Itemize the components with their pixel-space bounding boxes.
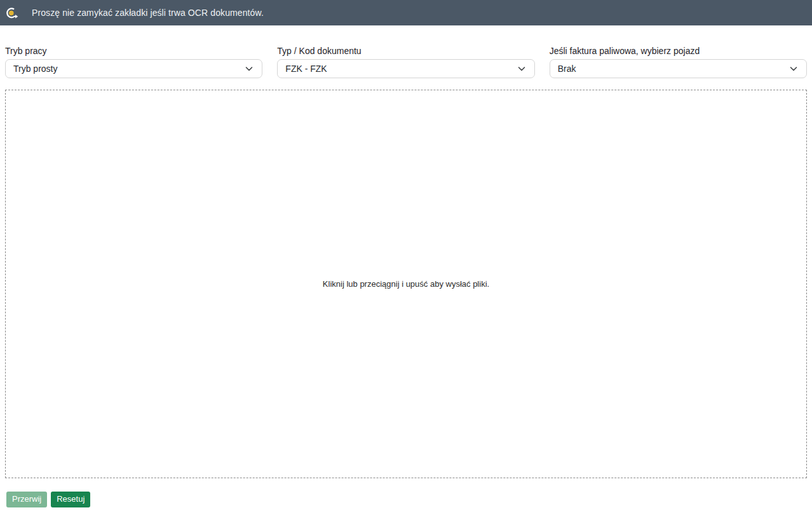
ocr-warning-banner: Proszę nie zamykać zakładki jeśli trwa O…	[0, 0, 812, 25]
fuel-vehicle-label: Jeśli faktura paliwowa, wybierz pojazd	[550, 46, 807, 56]
ocr-progress-spinner-icon	[5, 6, 18, 20]
field-document-type: Typ / Kod dokumentu FZK - FZK	[277, 46, 534, 78]
document-type-label: Typ / Kod dokumentu	[277, 46, 534, 56]
upload-page: Tryb pracy Tryb prosty Typ / Kod dokumen…	[0, 46, 812, 507]
work-mode-select[interactable]: Tryb prosty	[5, 59, 262, 78]
footer-actions: Przerwij Resetuj	[5, 492, 807, 507]
document-type-select[interactable]: FZK - FZK	[277, 59, 534, 78]
document-type-selected-value: FZK - FZK	[285, 64, 327, 74]
field-work-mode: Tryb pracy Tryb prosty	[5, 46, 262, 78]
chevron-down-icon	[244, 64, 254, 74]
work-mode-selected-value: Tryb prosty	[13, 64, 58, 74]
work-mode-label: Tryb pracy	[5, 46, 262, 56]
chevron-down-icon	[517, 64, 527, 74]
chevron-down-icon	[788, 64, 799, 74]
dropzone-instruction-text: Kliknij lub przeciągnij i upuść aby wysł…	[323, 279, 489, 289]
field-fuel-vehicle: Jeśli faktura paliwowa, wybierz pojazd B…	[550, 46, 807, 78]
file-dropzone[interactable]: Kliknij lub przeciągnij i upuść aby wysł…	[5, 90, 807, 478]
reset-button[interactable]: Resetuj	[51, 492, 90, 507]
fuel-vehicle-select[interactable]: Brak	[550, 59, 807, 78]
document-options-row: Tryb pracy Tryb prosty Typ / Kod dokumen…	[5, 46, 807, 78]
fuel-vehicle-selected-value: Brak	[558, 64, 576, 74]
ocr-warning-text: Proszę nie zamykać zakładki jeśli trwa O…	[32, 8, 264, 18]
abort-button[interactable]: Przerwij	[6, 492, 47, 507]
